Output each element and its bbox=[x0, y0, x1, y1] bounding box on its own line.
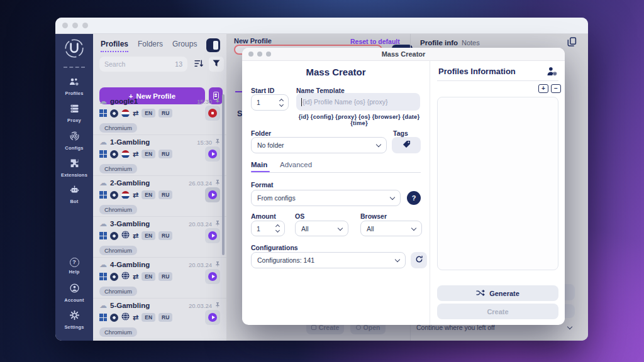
profiles-icon bbox=[69, 77, 79, 89]
shuffle-icon bbox=[476, 290, 486, 297]
profile-card[interactable]: ☁ 1-Gambling 15:30 ⇄ EN RU Chrom bbox=[93, 135, 226, 176]
name-template-input[interactable]: {id} Profile Name {os} {proxy} bbox=[296, 93, 420, 111]
profile-card[interactable]: ☁ 4-Gambling 20.03.24 ⇄ EN RU Ch bbox=[93, 258, 226, 299]
sidebar-item-configs[interactable]: Configs bbox=[55, 128, 93, 153]
panel-toggle-icon bbox=[213, 41, 218, 50]
globe-icon bbox=[121, 230, 130, 241]
sidebar-item-label: Configs bbox=[65, 145, 83, 151]
remove-profile-row-button[interactable]: − bbox=[551, 84, 561, 93]
amount-stepper[interactable] bbox=[276, 225, 279, 232]
zoom-window-button[interactable] bbox=[82, 23, 88, 28]
create-button[interactable]: Create bbox=[437, 304, 558, 319]
profile-tag: Chromium bbox=[99, 327, 137, 337]
browser-label: Browser bbox=[360, 212, 387, 220]
sidebar-item-label: Profiles bbox=[65, 90, 83, 96]
gear-icon bbox=[70, 310, 79, 322]
profiles-preview-box bbox=[437, 97, 558, 270]
tab-folders[interactable]: Folders bbox=[138, 40, 163, 52]
text-cursor bbox=[301, 98, 302, 106]
netherlands-flag-icon bbox=[121, 191, 130, 199]
chevron-down-icon bbox=[338, 225, 343, 230]
language-badge: EN bbox=[142, 150, 155, 158]
sort-button[interactable] bbox=[191, 57, 206, 72]
windows-icon bbox=[99, 314, 107, 321]
cloud-icon: ☁ bbox=[99, 220, 107, 228]
start-id-stepper[interactable] bbox=[280, 99, 283, 106]
profile-card[interactable]: ☁ google1 15:30 ⇄ EN RU Chromium bbox=[93, 94, 226, 135]
browser-engine-icon bbox=[110, 314, 118, 322]
format-help-button[interactable]: ? bbox=[407, 191, 421, 205]
sidebar-divider bbox=[64, 67, 85, 68]
cloud-icon: ☁ bbox=[99, 302, 107, 309]
format-select[interactable]: From configs bbox=[251, 190, 401, 206]
start-profile-button[interactable] bbox=[205, 269, 220, 284]
filter-button[interactable] bbox=[209, 57, 224, 72]
panel-tabs: Profiles Folders Groups bbox=[101, 40, 197, 52]
profile-date: 15:30 bbox=[197, 139, 212, 146]
sidebar-item-extensions[interactable]: Extensions bbox=[55, 155, 93, 180]
tags-button[interactable] bbox=[392, 137, 421, 153]
account-icon bbox=[70, 283, 79, 295]
language-badge: RU bbox=[158, 272, 172, 281]
amount-input[interactable]: 1 bbox=[251, 221, 285, 236]
profiles-panel: Profiles Folders Groups Search 13 + bbox=[93, 34, 226, 341]
sidebar-item-proxy[interactable]: Proxy bbox=[55, 101, 93, 126]
sidebar-item-settings[interactable]: Settings bbox=[55, 307, 93, 332]
refresh-configurations-button[interactable] bbox=[411, 252, 427, 268]
sort-icon bbox=[194, 58, 203, 70]
generate-button[interactable]: Generate bbox=[437, 285, 558, 301]
start-id-input[interactable]: 1 bbox=[251, 94, 289, 111]
template-tokens[interactable]: {id} {config} {proxy} {os} {browser} {da… bbox=[292, 114, 426, 126]
profile-date: 15:30 bbox=[197, 98, 212, 105]
browser-select[interactable]: All bbox=[360, 221, 422, 236]
windows-icon bbox=[99, 150, 107, 158]
tab-main[interactable]: Main bbox=[251, 161, 267, 168]
tab-notes[interactable]: Notes bbox=[462, 39, 480, 47]
profile-card[interactable]: ☁ 3-Gambling 20.03.24 ⇄ EN RU Ch bbox=[93, 217, 226, 258]
cloud-icon: ☁ bbox=[99, 261, 107, 268]
language-badge: RU bbox=[158, 150, 172, 158]
proxy-swap-icon: ⇄ bbox=[133, 151, 138, 158]
search-input[interactable]: Search 13 bbox=[99, 57, 187, 72]
profile-tag: Chromium bbox=[99, 246, 137, 255]
tab-profile-info[interactable]: Profile info bbox=[420, 39, 458, 47]
profile-tag: Chromium bbox=[99, 287, 137, 296]
profile-date: 20.03.24 bbox=[189, 221, 212, 228]
netherlands-flag-icon bbox=[121, 109, 130, 118]
sidebar-item-account[interactable]: Account bbox=[55, 280, 93, 305]
chevron-down-icon bbox=[411, 225, 416, 230]
profile-card[interactable]: ☁ 5-Gambling 20.03.24 ⇄ EN RU Ch bbox=[93, 299, 226, 339]
profiles-scrollbar[interactable] bbox=[222, 94, 225, 255]
filter-icon bbox=[213, 58, 220, 70]
start-profile-button[interactable] bbox=[205, 228, 220, 243]
user-settings-icon[interactable] bbox=[547, 67, 558, 79]
configurations-select[interactable]: Configurations: 141 bbox=[251, 252, 406, 268]
profile-card[interactable]: ☁ 2-Gambling 26.03.24 ⇄ EN RU Ch bbox=[93, 176, 226, 217]
tab-advanced[interactable]: Advanced bbox=[280, 161, 312, 168]
tab-profiles[interactable]: Profiles bbox=[101, 40, 128, 52]
folder-select[interactable]: No folder bbox=[251, 137, 387, 153]
window-titlebar bbox=[55, 18, 588, 34]
windows-icon bbox=[99, 273, 107, 280]
panel-collapse-button[interactable] bbox=[206, 38, 220, 52]
copy-icon[interactable] bbox=[567, 37, 577, 49]
play-icon bbox=[208, 150, 217, 158]
puzzle-icon bbox=[70, 158, 79, 170]
profile-tag: Chromium bbox=[99, 164, 137, 173]
tab-groups[interactable]: Groups bbox=[172, 40, 197, 52]
sidebar-item-profiles[interactable]: Profiles bbox=[55, 74, 93, 99]
add-profile-row-button[interactable]: + bbox=[538, 84, 548, 93]
windows-icon bbox=[99, 191, 107, 199]
start-profile-button[interactable] bbox=[205, 187, 220, 202]
sidebar-item-help[interactable]: ? Help bbox=[55, 253, 93, 278]
language-badge: EN bbox=[142, 231, 155, 240]
start-profile-button[interactable] bbox=[205, 146, 220, 162]
help-icon: ? bbox=[70, 258, 79, 267]
chevron-down-icon[interactable] bbox=[567, 324, 572, 329]
start-profile-button[interactable] bbox=[205, 310, 220, 325]
stop-profile-button[interactable] bbox=[205, 106, 220, 121]
minimize-window-button[interactable] bbox=[72, 23, 78, 28]
os-select[interactable]: All bbox=[295, 221, 348, 236]
close-window-button[interactable] bbox=[62, 23, 68, 28]
sidebar-item-bot[interactable]: Bot bbox=[55, 182, 93, 207]
